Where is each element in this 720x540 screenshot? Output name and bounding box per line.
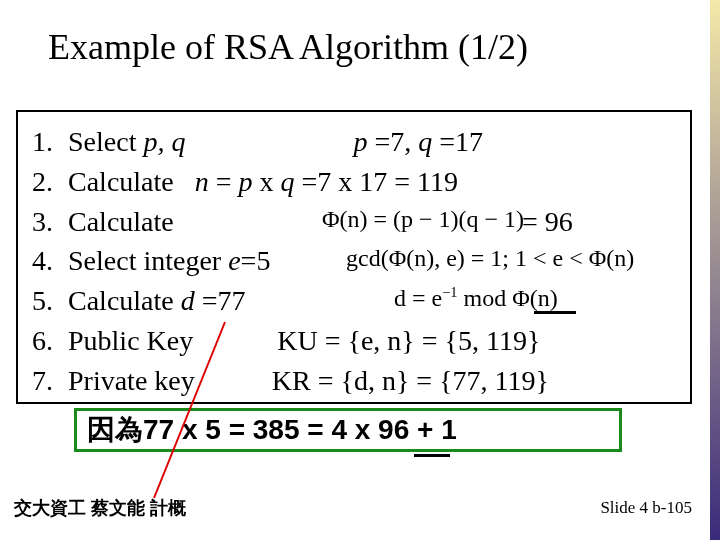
step-text: Public Key KU = {e, n} = {5, 119} [68, 321, 540, 361]
content-box: 1. Select p, q p =7, q =17 2. Calculate … [16, 110, 692, 404]
step-4: 4. Select integer e=5 gcd(Φ(n), e) = 1; … [32, 241, 676, 281]
step-number: 5. [32, 281, 68, 321]
d-inverse-formula: d = e−1 mod Φ(n) [394, 281, 558, 315]
step-7: 7. Private key KR = {d, n} = {77, 119} [32, 361, 676, 401]
note-chinese: 因為 [87, 411, 143, 449]
step-text: Select integer e=5 [68, 241, 270, 281]
step-number: 2. [32, 162, 68, 202]
step-number: 4. [32, 241, 68, 281]
step-6: 6. Public Key KU = {e, n} = {5, 119} [32, 321, 676, 361]
step-text: Calculate [68, 202, 174, 242]
gcd-formula: gcd(Φ(n), e) = 1; 1 < e < Φ(n) [346, 241, 634, 275]
underline-mark [534, 311, 576, 314]
note-equation: 77 x 5 = 385 = 4 x 96 + 1 [143, 414, 457, 446]
step-number: 1. [32, 122, 68, 162]
phi-formula: Φ(n) = (p − 1)(q − 1) [322, 202, 524, 236]
step-text: Calculate n = p x q =7 x 17 = 119 [68, 162, 458, 202]
step-5: 5. Calculate d =77 d = e−1 mod Φ(n) [32, 281, 676, 321]
step-3: 3. Calculate Φ(n) = (p − 1)(q − 1) = 96 [32, 202, 676, 242]
step-text: Private key KR = {d, n} = {77, 119} [68, 361, 549, 401]
step-number: 7. [32, 361, 68, 401]
equals-96: = 96 [522, 202, 573, 242]
footer-left: 交大資工 蔡文能 計概 [14, 496, 186, 520]
step-2: 2. Calculate n = p x q =7 x 17 = 119 [32, 162, 676, 202]
step-number: 3. [32, 202, 68, 242]
step-text: Select p, q p =7, q =17 [68, 122, 483, 162]
step-1: 1. Select p, q p =7, q =17 [32, 122, 676, 162]
note-box: 因為 77 x 5 = 385 = 4 x 96 + 1 [74, 408, 622, 452]
slide-title: Example of RSA Algorithm (1/2) [48, 26, 528, 68]
underline-mark [414, 454, 450, 457]
step-number: 6. [32, 321, 68, 361]
footer-right: Slide 4 b-105 [600, 498, 692, 518]
right-accent-bar [710, 0, 720, 540]
step-text: Calculate d =77 [68, 281, 246, 321]
